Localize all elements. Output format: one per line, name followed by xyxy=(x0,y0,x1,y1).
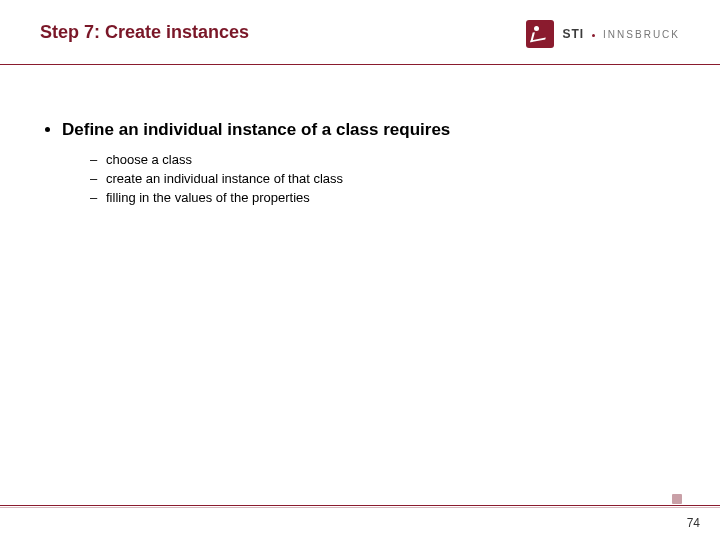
footer-divider-sub xyxy=(0,507,720,508)
sub-bullet-text: choose a class xyxy=(106,152,192,167)
logo-primary: STI xyxy=(562,27,584,41)
sub-list: choose a class create an individual inst… xyxy=(62,152,680,205)
sub-bullet: choose a class xyxy=(90,152,680,167)
sti-logo-icon xyxy=(526,20,554,48)
footer-divider xyxy=(0,505,720,506)
footer-logo xyxy=(672,494,682,504)
header: Step 7: Create instances STI INNSBRUCK xyxy=(40,22,680,48)
sub-bullet-text: filling in the values of the properties xyxy=(106,190,310,205)
slide: Step 7: Create instances STI INNSBRUCK D… xyxy=(0,0,720,540)
page-number: 74 xyxy=(687,516,700,530)
header-divider xyxy=(0,64,720,65)
slide-title: Step 7: Create instances xyxy=(40,22,249,44)
sti-logo-text: STI INNSBRUCK xyxy=(562,27,680,41)
sub-bullet: filling in the values of the properties xyxy=(90,190,680,205)
main-list: Define an individual instance of a class… xyxy=(40,120,680,205)
sub-bullet-text: create an individual instance of that cl… xyxy=(106,171,343,186)
logo-dot-icon xyxy=(592,34,595,37)
content-area: Define an individual instance of a class… xyxy=(40,120,680,217)
main-bullet: Define an individual instance of a class… xyxy=(62,120,680,205)
main-bullet-text: Define an individual instance of a class… xyxy=(62,120,450,139)
footer-logo-icon xyxy=(672,494,682,504)
sti-logo: STI INNSBRUCK xyxy=(526,20,680,48)
logo-secondary: INNSBRUCK xyxy=(603,29,680,40)
sub-bullet: create an individual instance of that cl… xyxy=(90,171,680,186)
